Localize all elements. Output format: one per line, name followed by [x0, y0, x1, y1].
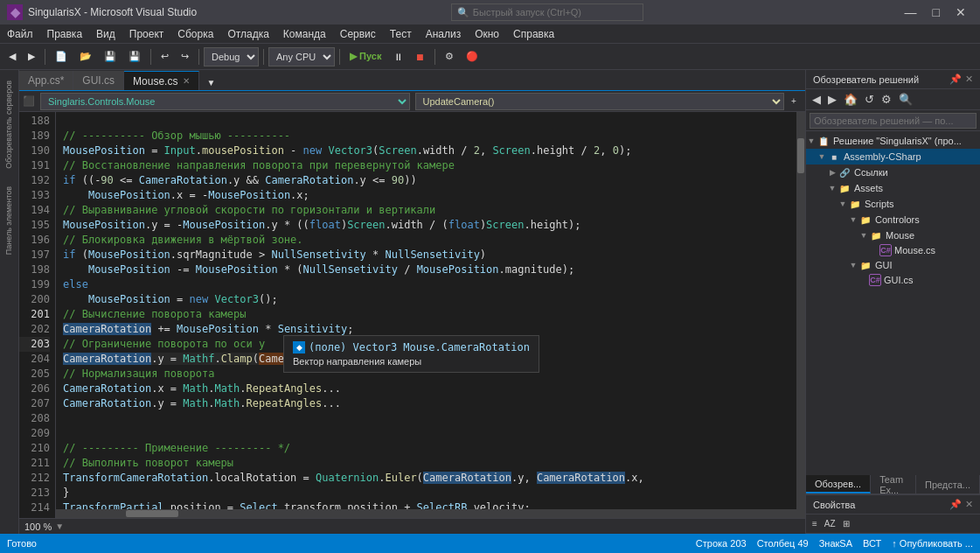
add-member-button[interactable]: + — [786, 94, 802, 109]
sidebar-server-explorer[interactable]: Обозреватель серверов — [3, 74, 17, 176]
se-back-button[interactable]: ◀ — [810, 91, 824, 108]
mouse-folder-icon: 📁 — [869, 228, 883, 242]
menu-help[interactable]: Справка — [506, 26, 561, 42]
props-category-button[interactable]: ≡ — [810, 517, 820, 530]
scripts-icon: 📁 — [848, 197, 862, 211]
menu-build[interactable]: Сборка — [170, 26, 220, 42]
status-row: Строка 203 — [696, 538, 747, 549]
class-dropdown[interactable]: Singlaris.Controls.Mouse — [40, 93, 410, 110]
back-button[interactable]: ◀ — [3, 48, 21, 65]
rp-tab-presentation[interactable]: Предста... — [916, 475, 980, 494]
assets-label: Assets — [854, 183, 883, 193]
mouse-folder-label: Mouse — [886, 230, 914, 241]
props-properties-button[interactable]: ⊞ — [840, 517, 852, 530]
content-area: App.cs* GUI.cs Mouse.cs ✕ ▼ ⬛ Singlaris.… — [19, 70, 805, 534]
run-button[interactable]: ▶ Пуск — [344, 48, 386, 65]
rp-tab-team[interactable]: Team Ex... — [871, 475, 916, 494]
props-title: Свойства — [813, 500, 855, 510]
tree-arrow-gui-folder: ▼ — [848, 261, 858, 270]
sidebar-toolbox[interactable]: Панель элементов — [3, 179, 17, 262]
platform-dropdown[interactable]: Any CPU — [268, 47, 335, 66]
menu-test[interactable]: Тест — [383, 26, 419, 42]
se-settings-button[interactable]: ⚙ — [879, 91, 894, 108]
horizontal-scrollbar[interactable] — [56, 509, 796, 518]
tree-item-mouse-cs[interactable]: ▶ C# Mouse.cs — [806, 243, 980, 257]
tree-item-references[interactable]: ▶ 🔗 Ссылки — [806, 164, 980, 180]
menu-window[interactable]: Окно — [468, 26, 506, 42]
code-area[interactable]: // ---------- Обзор мышью ---------- Mou… — [56, 112, 805, 518]
menu-debug[interactable]: Отладка — [220, 26, 275, 42]
attach-button[interactable]: ⚙ — [440, 48, 459, 65]
tree-item-scripts[interactable]: ▼ 📁 Scripts — [806, 196, 980, 212]
se-search-button[interactable]: 🔍 — [896, 91, 915, 108]
scripts-label: Scripts — [865, 199, 894, 209]
se-home-button[interactable]: 🏠 — [841, 91, 860, 108]
method-dropdown[interactable]: UpdateCamera() — [415, 93, 785, 110]
solution-search-input[interactable] — [810, 113, 977, 129]
tree-item-gui-cs[interactable]: ▶ C# GUI.cs — [806, 273, 980, 287]
code-nav: ⬛ Singlaris.Controls.Mouse UpdateCamera(… — [19, 91, 805, 112]
mouse-cs-label: Mouse.cs — [894, 245, 935, 256]
horizontal-scroll-thumb[interactable] — [126, 510, 178, 517]
tree-arrow-mouse-folder: ▼ — [858, 231, 869, 240]
menu-project[interactable]: Проект — [122, 26, 171, 42]
quick-launch-input[interactable] — [473, 7, 637, 18]
assets-icon: 📁 — [838, 181, 851, 195]
tree-item-mouse-folder[interactable]: ▼ 📁 Mouse — [806, 228, 980, 243]
menu-team[interactable]: Команда — [276, 26, 333, 42]
open-button[interactable]: 📂 — [74, 48, 97, 65]
mouse-cs-icon: C# — [879, 244, 892, 256]
save-button[interactable]: 💾 — [99, 48, 122, 65]
status-publish[interactable]: ↑ Опубликовать ... — [892, 538, 973, 549]
vertical-scrollbar[interactable] — [796, 112, 805, 518]
title-text: SingularisX - Microsoft Visual Studio — [28, 6, 197, 18]
editor-body[interactable]: 188 189 190 191 192 193 194 195 196 197 … — [19, 112, 805, 518]
menu-analyze[interactable]: Анализ — [419, 26, 469, 42]
tree-item-solution[interactable]: ▼ 📋 Решение "SingularisX" (про... — [806, 133, 980, 149]
menu-tools[interactable]: Сервис — [333, 26, 383, 42]
redo-button[interactable]: ↪ — [176, 48, 194, 65]
stop-button[interactable]: ⏹ — [410, 49, 430, 65]
close-button[interactable]: ✕ — [949, 4, 973, 21]
tree-item-gui-folder[interactable]: ▼ 📁 GUI — [806, 257, 980, 273]
menu-file[interactable]: Файл — [0, 26, 40, 42]
forward-button[interactable]: ▶ — [23, 48, 40, 65]
toolbar: ◀ ▶ 📄 📂 💾 💾 ↩ ↪ Debug Any CPU ▶ Пуск ⏸ ⏹… — [0, 44, 980, 70]
new-file-button[interactable]: 📄 — [50, 48, 73, 65]
status-left: Готово — [7, 538, 37, 549]
tree-item-assembly[interactable]: ▼ ■ Assembly-CSharp — [806, 149, 980, 164]
se-forward-button[interactable]: ▶ — [825, 91, 839, 108]
solution-search — [806, 110, 980, 131]
tab-mouse-cs[interactable]: Mouse.cs ✕ — [124, 71, 199, 90]
breakpoint-button[interactable]: 🔴 — [461, 48, 483, 65]
tab-gui-cs-label: GUI.cs — [82, 74, 115, 87]
vertical-scroll-thumb[interactable] — [797, 138, 804, 173]
tab-app-cs[interactable]: App.cs* — [19, 71, 73, 90]
debug-mode-dropdown[interactable]: Debug — [204, 47, 259, 66]
menu-edit[interactable]: Правка — [40, 26, 90, 42]
zoom-decrease-button[interactable]: ▼ — [55, 522, 64, 531]
solution-explorer-header: Обозреватель решений 📌 ✕ — [806, 70, 980, 89]
tab-gui-cs[interactable]: GUI.cs — [73, 71, 124, 90]
se-pin-button[interactable]: 📌 — [949, 74, 962, 85]
se-refresh-button[interactable]: ↺ — [862, 91, 877, 108]
minimize-button[interactable]: — — [898, 4, 924, 21]
props-alpha-button[interactable]: AZ — [822, 517, 838, 530]
tree-item-controlors[interactable]: ▼ 📁 Controlors — [806, 212, 980, 228]
pause-button[interactable]: ⏸ — [388, 49, 408, 65]
solution-label: Решение "SingularisX" (про... — [833, 136, 962, 146]
assembly-label: Assembly-CSharp — [844, 151, 921, 162]
tab-close-icon[interactable]: ✕ — [183, 76, 190, 86]
se-close-button[interactable]: ✕ — [965, 74, 973, 85]
zoom-level: 100 % — [24, 522, 52, 532]
save-all-button[interactable]: 💾 — [123, 48, 146, 65]
props-pin-button[interactable]: 📌 — [949, 499, 962, 510]
menu-view[interactable]: Вид — [89, 26, 122, 42]
undo-button[interactable]: ↩ — [156, 48, 174, 65]
props-close-button[interactable]: ✕ — [965, 499, 973, 510]
tab-overflow-button[interactable]: ▼ — [201, 75, 220, 90]
se-toolbar: ◀ ▶ 🏠 ↺ ⚙ 🔍 — [806, 89, 980, 110]
tree-item-assets[interactable]: ▼ 📁 Assets — [806, 180, 980, 196]
maximize-button[interactable]: □ — [926, 4, 947, 21]
rp-tab-solution[interactable]: Обозрев... — [806, 475, 871, 494]
